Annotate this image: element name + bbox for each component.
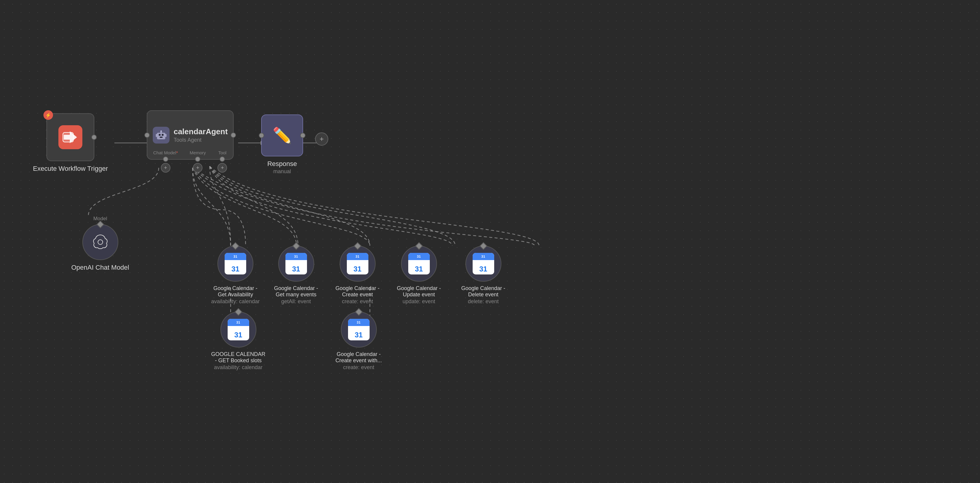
gcal1-box[interactable]: 31 31 [218, 246, 253, 282]
svg-rect-7 [159, 134, 161, 136]
gcal-create-event-node[interactable]: 31 31 Google Calendar - Create event cre… [336, 246, 379, 305]
response-node-box[interactable]: ✏️ [261, 115, 303, 156]
gcal1-input-diamond [232, 242, 239, 250]
gcal3-input-diamond [354, 242, 361, 250]
gcal5-line2: Delete event [468, 292, 498, 298]
gcal2-label: Google Calendar - Get many events [274, 285, 318, 298]
openai-node[interactable]: Model OpenAI Chat Model [71, 216, 129, 271]
add-memory-btn[interactable]: + [193, 163, 202, 172]
gcal-delete-event-node[interactable]: 31 31 Google Calendar - Delete event del… [461, 246, 505, 305]
add-after-response[interactable]: + [315, 132, 328, 146]
gcal7-sublabel: create: event [343, 364, 374, 371]
lightning-icon: ⚡ [45, 112, 51, 118]
gcal7-box[interactable]: 31 31 [341, 312, 377, 348]
agent-inner: calendarAgent Tools Agent [147, 127, 234, 143]
gcal-num: 31 [232, 265, 240, 273]
gcal6-input-diamond [234, 308, 242, 316]
gcal2-box[interactable]: 31 31 [278, 246, 314, 282]
gcal6-line2: - GET Booked slots [215, 357, 262, 363]
openai-logo [91, 233, 110, 252]
svg-rect-12 [156, 134, 157, 137]
gcal5-label: Google Calendar - Delete event [461, 285, 505, 298]
trigger-node[interactable]: ⚡ Execute Workflow Trigger [33, 113, 108, 172]
svg-point-11 [161, 130, 162, 132]
svg-point-14 [98, 240, 103, 244]
gcal2-line1: Google Calendar - [274, 285, 318, 291]
gcal7-line1: Google Calendar - [337, 351, 381, 357]
gcal3-icon: 31 31 [347, 253, 368, 274]
gcal4-sublabel: update: event [402, 298, 435, 305]
tool-label: Tool [218, 150, 227, 155]
agent-name: calendarAgent [174, 127, 228, 136]
agent-robot-icon [153, 127, 170, 143]
memory-connector [195, 156, 200, 162]
response-input-connector [259, 133, 264, 138]
svg-rect-6 [157, 133, 165, 139]
openai-input-diamond [97, 220, 104, 228]
gcal-availability-node[interactable]: 31 31 Google Calendar - Get Availability… [211, 246, 260, 305]
calendar-agent-node[interactable]: calendarAgent Tools Agent Chat Model* + … [147, 110, 234, 160]
gcal-create-with-node[interactable]: 31 31 Google Calendar - Create event wit… [336, 312, 382, 371]
gcal1-label: Google Calendar - Get Availability [213, 285, 258, 298]
plus-icon[interactable]: + [315, 132, 328, 146]
memory-label: Memory [189, 150, 206, 155]
gcal-many-events-node[interactable]: 31 31 Google Calendar - Get many events … [274, 246, 318, 305]
gcal2-icon: 31 31 [285, 253, 307, 274]
workflow-canvas: ⚡ Execute Workflow Trigger [0, 0, 980, 483]
gcal4-input-diamond [415, 242, 423, 250]
gcal5-input-diamond [479, 242, 487, 250]
trigger-node-box[interactable]: ⚡ [46, 113, 94, 161]
gcal-day-label: 31 [233, 255, 237, 258]
add-tool-btn[interactable]: + [218, 163, 227, 172]
svg-rect-8 [162, 134, 164, 136]
add-chat-model-btn[interactable]: + [161, 163, 170, 172]
response-node[interactable]: ✏️ Response manual [261, 115, 303, 175]
agent-input-connector [144, 132, 150, 138]
gcal6-line1: GOOGLE CALENDAR [211, 351, 266, 357]
gcal7-line2: Create event with... [336, 357, 382, 363]
gcal3-box[interactable]: 31 31 [340, 246, 375, 282]
gcal6-sublabel: availability: calendar [214, 364, 262, 371]
trigger-output-connector [91, 134, 97, 140]
gcal-booked-slots-node[interactable]: 31 31 GOOGLE CALENDAR - GET Booked slots… [211, 312, 266, 371]
trigger-node-label: Execute Workflow Trigger [33, 165, 108, 172]
gcal6-icon: 31 31 [228, 319, 249, 340]
trigger-arrow-icon [61, 128, 80, 146]
response-output-connector [300, 133, 305, 138]
svg-rect-9 [160, 137, 162, 138]
svg-rect-13 [165, 134, 167, 137]
gcal1-icon: 31 31 [224, 253, 246, 274]
connections-layer [0, 0, 980, 483]
gcal3-line1: Google Calendar - [336, 285, 379, 291]
gcal-top-bar: 31 [224, 253, 246, 260]
agent-type: Tools Agent [174, 137, 228, 143]
gcal5-box[interactable]: 31 31 [465, 246, 501, 282]
gcal5-sublabel: delete: event [468, 298, 499, 305]
openai-label: OpenAI Chat Model [71, 264, 129, 271]
gcal4-line2: Update event [403, 292, 435, 298]
gcal-update-event-node[interactable]: 31 31 Google Calendar - Update event upd… [397, 246, 441, 305]
response-sublabel: manual [273, 168, 291, 175]
gcal2-line2: Get many events [276, 292, 317, 298]
gcal7-input-diamond [355, 308, 363, 316]
agent-node-box[interactable]: calendarAgent Tools Agent Chat Model* + … [147, 110, 234, 160]
gcal1-line1: Google Calendar - [213, 285, 258, 291]
openai-node-box[interactable] [83, 224, 118, 260]
tool-port: Tool + [218, 150, 227, 172]
gcal4-label: Google Calendar - Update event [397, 285, 441, 298]
gcal2-input-diamond [292, 242, 300, 250]
chat-model-label: Chat Model* [153, 150, 178, 155]
gcal3-line2: Create event [342, 292, 373, 298]
gcal2-sublabel: getAll: event [281, 298, 311, 305]
gcal1-line2: Get Availability [218, 292, 253, 298]
gcal6-label: GOOGLE CALENDAR - GET Booked slots [211, 351, 266, 364]
response-label: Response [267, 160, 297, 168]
chat-model-port: Chat Model* + [153, 150, 178, 172]
gcal4-icon: 31 31 [408, 253, 430, 274]
gcal4-box[interactable]: 31 31 [401, 246, 437, 282]
pencil-icon: ✏️ [272, 126, 292, 145]
gcal6-box[interactable]: 31 31 [220, 312, 256, 348]
gcal4-line1: Google Calendar - [397, 285, 441, 291]
tool-connector [220, 156, 225, 162]
gcal3-label: Google Calendar - Create event [336, 285, 379, 298]
